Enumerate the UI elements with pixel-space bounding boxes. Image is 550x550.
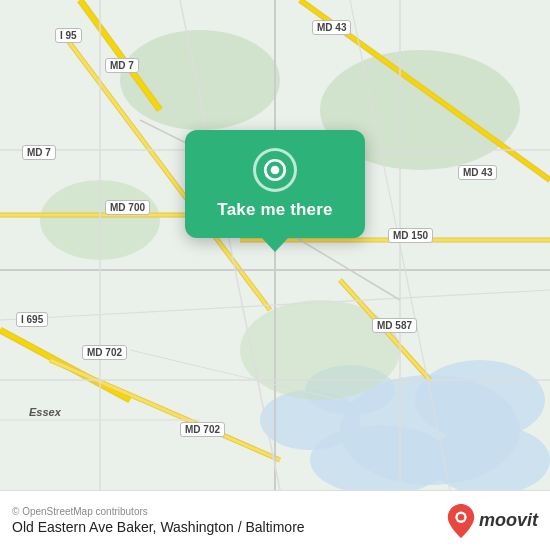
popup-label: Take me there [217,200,332,220]
bottom-bar: © OpenStreetMap contributors Old Eastern… [0,490,550,550]
road-label-md587: MD 587 [372,318,417,333]
svg-point-7 [120,30,280,130]
road-label-md43-top: MD 43 [312,20,351,35]
moovit-pin-icon [447,504,475,538]
moovit-logo: moovit [447,504,538,538]
road-label-i695: I 695 [16,312,48,327]
road-label-md7-top: MD 7 [105,58,139,73]
svg-point-41 [271,166,280,175]
road-label-md43-right: MD 43 [458,165,497,180]
popup-callout[interactable]: Take me there [185,130,365,238]
road-label-md7-mid: MD 7 [22,145,56,160]
road-label-i95: I 95 [55,28,82,43]
road-label-md702-bottom: MD 702 [180,422,225,437]
essex-label: Essex [25,405,65,419]
road-label-md700: MD 700 [105,200,150,215]
svg-point-43 [458,513,465,520]
road-label-md702: MD 702 [82,345,127,360]
road-label-md150: MD 150 [388,228,433,243]
svg-point-10 [240,300,400,400]
moovit-text: moovit [479,510,538,531]
map-container: I 95 MD 7 MD 43 MD 7 MD 700 MD 43 MD 150… [0,0,550,490]
location-pin-icon [253,148,297,192]
